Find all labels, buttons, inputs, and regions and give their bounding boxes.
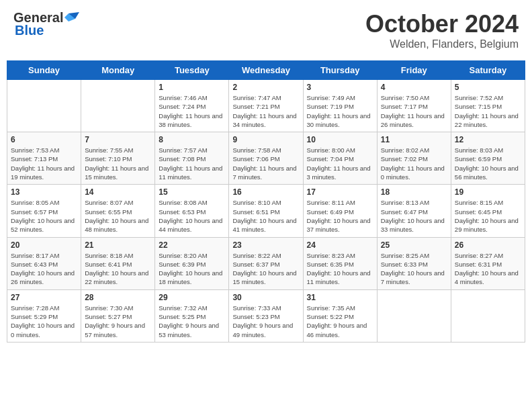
calendar-cell: 11Sunrise: 8:02 AM Sunset: 7:02 PM Dayli… [377, 132, 451, 185]
day-info: Sunrise: 7:53 AM Sunset: 7:13 PM Dayligh… [11, 146, 77, 181]
calendar-cell: 20Sunrise: 8:17 AM Sunset: 6:43 PM Dayli… [7, 237, 81, 289]
calendar-cell: 10Sunrise: 8:00 AM Sunset: 7:04 PM Dayli… [303, 132, 377, 185]
day-number: 19 [455, 187, 521, 197]
calendar-body: 1Sunrise: 7:46 AM Sunset: 7:24 PM Daylig… [7, 80, 525, 342]
day-info: Sunrise: 8:11 AM Sunset: 6:49 PM Dayligh… [307, 198, 373, 234]
calendar-cell: 24Sunrise: 8:23 AM Sunset: 6:35 PM Dayli… [303, 237, 377, 289]
day-number: 6 [11, 135, 77, 144]
day-info: Sunrise: 7:50 AM Sunset: 7:17 PM Dayligh… [381, 93, 447, 129]
calendar-cell [377, 289, 451, 342]
weekday-header-tuesday: Tuesday [155, 61, 229, 80]
day-info: Sunrise: 8:02 AM Sunset: 7:02 PM Dayligh… [381, 146, 447, 181]
day-info: Sunrise: 8:05 AM Sunset: 6:57 PM Dayligh… [11, 198, 77, 234]
calendar-cell: 1Sunrise: 7:46 AM Sunset: 7:24 PM Daylig… [155, 80, 229, 132]
calendar-cell: 21Sunrise: 8:18 AM Sunset: 6:41 PM Dayli… [81, 237, 155, 289]
day-number: 16 [232, 187, 299, 197]
calendar-cell: 30Sunrise: 7:33 AM Sunset: 5:23 PM Dayli… [229, 289, 303, 342]
calendar-cell: 17Sunrise: 8:11 AM Sunset: 6:49 PM Dayli… [303, 185, 377, 237]
day-number: 25 [381, 240, 447, 250]
weekday-header-saturday: Saturday [451, 61, 525, 80]
calendar-cell: 8Sunrise: 7:57 AM Sunset: 7:08 PM Daylig… [155, 132, 229, 185]
calendar-cell: 14Sunrise: 8:07 AM Sunset: 6:55 PM Dayli… [81, 185, 155, 237]
calendar-cell: 28Sunrise: 7:30 AM Sunset: 5:27 PM Dayli… [81, 289, 155, 342]
calendar-cell: 5Sunrise: 7:52 AM Sunset: 7:15 PM Daylig… [451, 80, 525, 132]
day-info: Sunrise: 8:17 AM Sunset: 6:43 PM Dayligh… [11, 251, 77, 287]
calendar-table: SundayMondayTuesdayWednesdayThursdayFrid… [7, 60, 525, 342]
day-number: 21 [85, 240, 151, 250]
day-number: 9 [232, 135, 299, 144]
week-row-4: 20Sunrise: 8:17 AM Sunset: 6:43 PM Dayli… [7, 237, 525, 289]
week-row-3: 13Sunrise: 8:05 AM Sunset: 6:57 PM Dayli… [7, 185, 525, 237]
day-number: 5 [455, 83, 521, 92]
day-info: Sunrise: 7:30 AM Sunset: 5:27 PM Dayligh… [85, 304, 151, 339]
page-header: General Blue October 2024 Welden, Flande… [7, 7, 525, 54]
weekday-header-row: SundayMondayTuesdayWednesdayThursdayFrid… [7, 61, 525, 80]
calendar-cell: 26Sunrise: 8:27 AM Sunset: 6:31 PM Dayli… [451, 237, 525, 289]
day-info: Sunrise: 8:08 AM Sunset: 6:53 PM Dayligh… [159, 198, 225, 234]
calendar-cell: 15Sunrise: 8:08 AM Sunset: 6:53 PM Dayli… [155, 185, 229, 237]
day-info: Sunrise: 7:57 AM Sunset: 7:08 PM Dayligh… [159, 146, 225, 181]
calendar-cell: 29Sunrise: 7:32 AM Sunset: 5:25 PM Dayli… [155, 289, 229, 342]
day-info: Sunrise: 7:46 AM Sunset: 7:24 PM Dayligh… [159, 93, 225, 129]
calendar-cell: 12Sunrise: 8:03 AM Sunset: 6:59 PM Dayli… [451, 132, 525, 185]
calendar-cell: 19Sunrise: 8:15 AM Sunset: 6:45 PM Dayli… [451, 185, 525, 237]
day-info: Sunrise: 7:35 AM Sunset: 5:22 PM Dayligh… [307, 304, 373, 339]
day-info: Sunrise: 8:00 AM Sunset: 7:04 PM Dayligh… [307, 146, 373, 181]
calendar-cell: 13Sunrise: 8:05 AM Sunset: 6:57 PM Dayli… [7, 185, 81, 237]
day-number: 18 [381, 187, 447, 197]
weekday-header-wednesday: Wednesday [229, 61, 303, 80]
calendar-cell: 7Sunrise: 7:55 AM Sunset: 7:10 PM Daylig… [81, 132, 155, 185]
day-info: Sunrise: 7:55 AM Sunset: 7:10 PM Dayligh… [85, 146, 151, 181]
calendar-cell: 16Sunrise: 8:10 AM Sunset: 6:51 PM Dayli… [229, 185, 303, 237]
day-number: 23 [232, 240, 299, 250]
day-info: Sunrise: 7:32 AM Sunset: 5:25 PM Dayligh… [159, 304, 225, 339]
day-info: Sunrise: 8:25 AM Sunset: 6:33 PM Dayligh… [381, 251, 447, 287]
calendar-title: October 2024 [365, 10, 519, 38]
weekday-header-thursday: Thursday [303, 61, 377, 80]
day-info: Sunrise: 8:27 AM Sunset: 6:31 PM Dayligh… [455, 251, 521, 287]
logo-bird-icon [64, 12, 79, 24]
day-number: 10 [307, 135, 373, 144]
day-number: 27 [11, 293, 77, 302]
day-number: 24 [307, 240, 373, 250]
day-number: 20 [11, 240, 77, 250]
day-number: 8 [159, 135, 225, 144]
day-number: 2 [232, 83, 299, 92]
day-number: 17 [307, 187, 373, 197]
calendar-cell: 6Sunrise: 7:53 AM Sunset: 7:13 PM Daylig… [7, 132, 81, 185]
day-number: 12 [455, 135, 521, 144]
calendar-cell [451, 289, 525, 342]
day-info: Sunrise: 8:10 AM Sunset: 6:51 PM Dayligh… [232, 198, 299, 234]
day-number: 7 [85, 135, 151, 144]
day-number: 26 [455, 240, 521, 250]
day-number: 14 [85, 187, 151, 197]
calendar-cell [81, 80, 155, 132]
day-number: 22 [159, 240, 225, 250]
calendar-cell: 31Sunrise: 7:35 AM Sunset: 5:22 PM Dayli… [303, 289, 377, 342]
logo-blue-text: Blue [13, 23, 44, 38]
week-row-5: 27Sunrise: 7:28 AM Sunset: 5:29 PM Dayli… [7, 289, 525, 342]
calendar-cell: 3Sunrise: 7:49 AM Sunset: 7:19 PM Daylig… [303, 80, 377, 132]
calendar-cell: 4Sunrise: 7:50 AM Sunset: 7:17 PM Daylig… [377, 80, 451, 132]
day-info: Sunrise: 7:33 AM Sunset: 5:23 PM Dayligh… [232, 304, 299, 339]
calendar-cell: 22Sunrise: 8:20 AM Sunset: 6:39 PM Dayli… [155, 237, 229, 289]
calendar-cell: 23Sunrise: 8:22 AM Sunset: 6:37 PM Dayli… [229, 237, 303, 289]
day-number: 3 [307, 83, 373, 92]
week-row-1: 1Sunrise: 7:46 AM Sunset: 7:24 PM Daylig… [7, 80, 525, 132]
day-info: Sunrise: 8:15 AM Sunset: 6:45 PM Dayligh… [455, 198, 521, 234]
day-info: Sunrise: 7:28 AM Sunset: 5:29 PM Dayligh… [11, 304, 77, 339]
day-info: Sunrise: 8:23 AM Sunset: 6:35 PM Dayligh… [307, 251, 373, 287]
calendar-cell: 9Sunrise: 7:58 AM Sunset: 7:06 PM Daylig… [229, 132, 303, 185]
day-number: 31 [307, 293, 373, 302]
calendar-cell: 25Sunrise: 8:25 AM Sunset: 6:33 PM Dayli… [377, 237, 451, 289]
day-info: Sunrise: 8:18 AM Sunset: 6:41 PM Dayligh… [85, 251, 151, 287]
weekday-header-sunday: Sunday [7, 61, 81, 80]
day-number: 30 [232, 293, 299, 302]
day-number: 15 [159, 187, 225, 197]
week-row-2: 6Sunrise: 7:53 AM Sunset: 7:13 PM Daylig… [7, 132, 525, 185]
title-block: October 2024 Welden, Flanders, Belgium [365, 10, 519, 50]
day-number: 11 [381, 135, 447, 144]
calendar-subtitle: Welden, Flanders, Belgium [365, 38, 519, 50]
day-info: Sunrise: 8:20 AM Sunset: 6:39 PM Dayligh… [159, 251, 225, 287]
day-number: 13 [11, 187, 77, 197]
